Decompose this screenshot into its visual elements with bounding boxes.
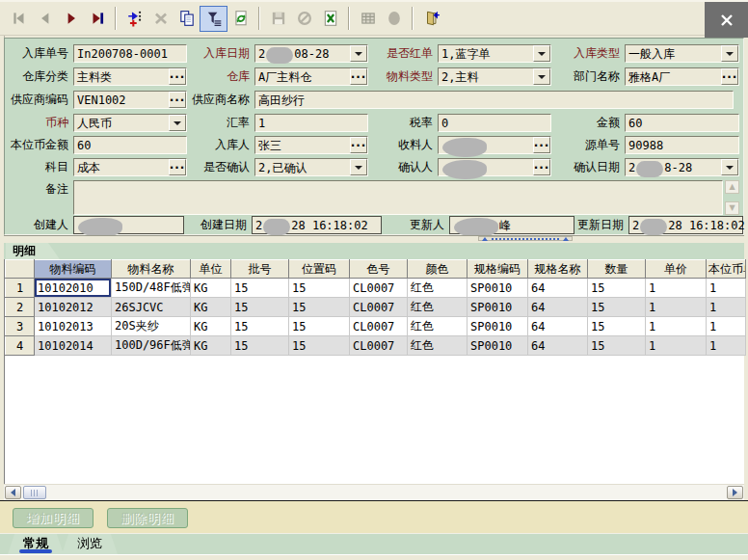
warehouse-lookup-button[interactable]: ... — [350, 68, 367, 85]
cell-material-code[interactable]: 10102010 — [35, 279, 112, 298]
row-number[interactable]: 1 — [6, 279, 35, 298]
cell-location-code[interactable]: 15 — [289, 317, 350, 336]
cell-base-unit-price[interactable]: 1 — [707, 298, 746, 317]
row-number[interactable]: 4 — [6, 336, 35, 356]
next-record-button[interactable] — [58, 6, 84, 32]
remark-textarea[interactable] — [73, 180, 723, 215]
column-header-spec-code[interactable]: 规格编码 — [468, 260, 528, 279]
cell-batch-no[interactable]: 15 — [231, 279, 289, 298]
cell-base-unit-price[interactable]: 1 — [707, 279, 746, 298]
cell-base-unit-price[interactable]: 1 — [707, 336, 746, 356]
cell-unit-price[interactable]: 1 — [646, 336, 707, 356]
first-record-button[interactable] — [6, 6, 32, 32]
add-detail-button[interactable]: 增加明细 — [13, 508, 94, 528]
cell-spec-code[interactable]: SP0010 — [468, 298, 528, 317]
cell-location-code[interactable]: 15 — [289, 298, 350, 317]
warehouse-class-lookup-button[interactable]: ... — [169, 68, 186, 85]
cell-material-code[interactable]: 10102012 — [35, 298, 112, 317]
cell-quantity[interactable]: 15 — [588, 279, 646, 298]
column-header-location-code[interactable]: 位置码 — [289, 260, 350, 279]
cell-material-name[interactable]: 20S夹纱 — [112, 317, 191, 336]
column-header-batch-no[interactable]: 批号 — [231, 260, 289, 279]
export-excel-button[interactable] — [317, 6, 343, 32]
cell-material-code[interactable]: 10102013 — [35, 317, 112, 336]
cell-spec-name[interactable]: 64 — [528, 317, 588, 336]
amount-input[interactable]: 60 — [625, 114, 739, 132]
confirmed-input[interactable]: 2,已确认 — [254, 158, 368, 176]
confirmer-input[interactable]: ... — [438, 158, 551, 176]
order-no-input[interactable]: In200708-0001 — [73, 44, 187, 63]
exchange-rate-input[interactable]: 1 — [254, 114, 368, 132]
vendor-code-input[interactable]: VEN1002 ... — [73, 91, 187, 109]
department-lookup-button[interactable]: ... — [721, 68, 738, 85]
cell-spec-name[interactable]: 64 — [528, 298, 588, 317]
subject-input[interactable]: 成本 ... — [73, 158, 187, 176]
warehouse-input[interactable]: A厂主料仓 ... — [254, 67, 368, 86]
receiver-input[interactable]: ... — [438, 136, 551, 154]
cell-unit[interactable]: KG — [191, 336, 231, 356]
cell-color-no[interactable]: CL0007 — [350, 317, 408, 336]
exit-button[interactable] — [418, 6, 444, 32]
cell-spec-code[interactable]: SP0010 — [468, 279, 528, 298]
delete-record-button[interactable] — [147, 6, 174, 32]
in-type-input[interactable]: 一般入库 — [625, 44, 739, 63]
warehouse-class-input[interactable]: 主料类 ... — [73, 67, 187, 86]
cell-location-code[interactable]: 15 — [289, 336, 350, 356]
column-header-unit-price[interactable]: 单价 — [646, 260, 707, 279]
cell-color[interactable]: 红色 — [408, 317, 468, 336]
column-header-material-code[interactable]: 物料编码 — [35, 260, 112, 279]
row-number[interactable]: 2 — [6, 298, 35, 317]
grid-horizontal-scrollbar[interactable] — [4, 484, 744, 500]
cell-batch-no[interactable]: 15 — [231, 336, 289, 356]
in-date-input[interactable]: 208-28 — [254, 44, 368, 63]
cancel-button[interactable] — [291, 6, 317, 32]
column-header-color-no[interactable]: 色号 — [350, 260, 408, 279]
cell-material-name[interactable]: 100D/96F低弹 — [112, 336, 191, 356]
cell-spec-name[interactable]: 64 — [528, 336, 588, 356]
column-header-unit[interactable]: 单位 — [191, 260, 231, 279]
cell-base-unit-price[interactable]: 1 — [707, 317, 746, 336]
scroll-left-button[interactable] — [5, 486, 21, 499]
grid-view-button[interactable] — [355, 6, 381, 32]
tax-rate-input[interactable]: 0 — [438, 114, 551, 132]
cell-color[interactable]: 红色 — [408, 279, 468, 298]
cell-material-code[interactable]: 10102014 — [35, 336, 112, 356]
cell-color-no[interactable]: CL0007 — [350, 336, 408, 356]
in-date-dropdown-button[interactable] — [350, 45, 367, 62]
column-header-spec-name[interactable]: 规格名称 — [528, 260, 588, 279]
in-person-lookup-button[interactable]: ... — [350, 137, 367, 153]
cell-batch-no[interactable]: 15 — [231, 317, 289, 336]
scrollbar-thumb[interactable] — [23, 486, 46, 499]
base-amount-input[interactable]: 60 — [73, 136, 187, 154]
cell-unit[interactable]: KG — [191, 298, 231, 317]
vendor-code-lookup-button[interactable]: ... — [169, 92, 186, 108]
scroll-up-button[interactable]: ▲ — [725, 180, 739, 194]
append-record-button[interactable] — [121, 6, 147, 32]
cell-batch-no[interactable]: 15 — [231, 298, 289, 317]
currency-dropdown-button[interactable] — [169, 115, 186, 131]
material-type-input[interactable]: 2,主料 — [438, 67, 551, 86]
cell-unit-price[interactable]: 1 — [646, 317, 707, 336]
last-record-button[interactable] — [84, 6, 110, 32]
department-input[interactable]: 雅格A厂 ... — [625, 67, 739, 86]
cell-color[interactable]: 红色 — [408, 336, 468, 356]
refresh-button[interactable] — [227, 6, 254, 32]
cell-spec-code[interactable]: SP0010 — [468, 336, 528, 356]
tab-detail[interactable]: 明细 — [6, 243, 60, 259]
column-header-color[interactable]: 颜色 — [408, 260, 468, 279]
tab-browse[interactable]: 浏览 — [62, 534, 118, 554]
cell-unit-price[interactable]: 1 — [646, 279, 707, 298]
receiver-lookup-button[interactable]: ... — [533, 137, 550, 153]
cell-quantity[interactable]: 15 — [588, 336, 646, 356]
prev-record-button[interactable] — [32, 6, 58, 32]
tab-general[interactable]: 常规 — [8, 534, 64, 554]
cell-location-code[interactable]: 15 — [289, 279, 350, 298]
in-type-dropdown-button[interactable] — [721, 45, 738, 62]
cell-spec-name[interactable]: 64 — [528, 279, 588, 298]
material-type-dropdown-button[interactable] — [533, 68, 550, 85]
cell-spec-code[interactable]: SP0010 — [468, 317, 528, 336]
cell-color-no[interactable]: CL0007 — [350, 298, 408, 317]
column-header-quantity[interactable]: 数量 — [588, 260, 646, 279]
copy-button[interactable] — [174, 6, 200, 32]
confirmer-lookup-button[interactable]: ... — [533, 159, 550, 175]
